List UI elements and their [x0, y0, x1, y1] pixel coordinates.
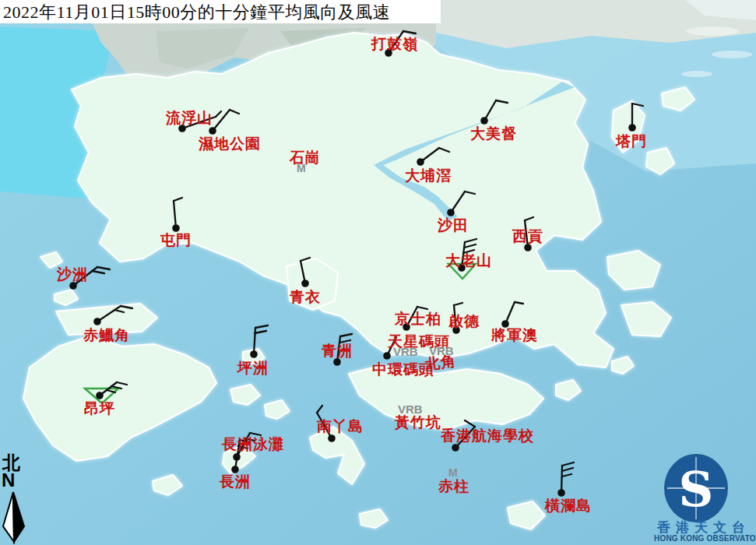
- station-dot: [250, 350, 258, 358]
- station-dot: [417, 158, 424, 166]
- map-title: 2022年11月01日15時00分的十分鐘平均風向及風速: [3, 1, 390, 24]
- station-dot: [301, 280, 309, 287]
- station-dot: [93, 318, 101, 325]
- station-dot: [452, 444, 459, 452]
- station-dot: [333, 358, 341, 366]
- hko-logo-icon: S: [664, 454, 728, 522]
- station-dot: [385, 49, 392, 57]
- station-dot: [178, 125, 186, 132]
- station-dot: [557, 489, 565, 497]
- hko-logo-en: HONG KONG OBSERVATORY: [654, 535, 756, 543]
- station-dot: [328, 434, 336, 442]
- station-dot: [172, 224, 180, 232]
- station-dot: [69, 282, 77, 290]
- wind-barb-icon: [561, 466, 562, 493]
- hko-logo-cjk: 香港天文台: [657, 521, 751, 534]
- svg-text:S: S: [679, 461, 714, 518]
- station-dot: [403, 323, 410, 331]
- station-dot: [452, 326, 460, 334]
- station-dot: [447, 209, 455, 216]
- station-dot: [524, 244, 532, 251]
- compass-north-latin: N: [2, 471, 15, 490]
- station-dot: [96, 392, 104, 399]
- station-dot: [628, 124, 636, 132]
- station-dot: [458, 264, 466, 272]
- title-bar: 2022年11月01日15時00分的十分鐘平均風向及風速: [0, 0, 441, 23]
- station-dot: [480, 117, 488, 125]
- station-dot: [209, 127, 216, 135]
- wind-map: S 打鼓嶺流浮山濕地公園石崗M大美督塔門大埔滘沙田屯門西貢沙洲大老山赤鱲角青衣京…: [0, 0, 756, 545]
- station-dot: [383, 352, 391, 360]
- station-dot: [231, 466, 239, 473]
- basemap: S: [0, 0, 756, 545]
- station-dot: [501, 320, 509, 328]
